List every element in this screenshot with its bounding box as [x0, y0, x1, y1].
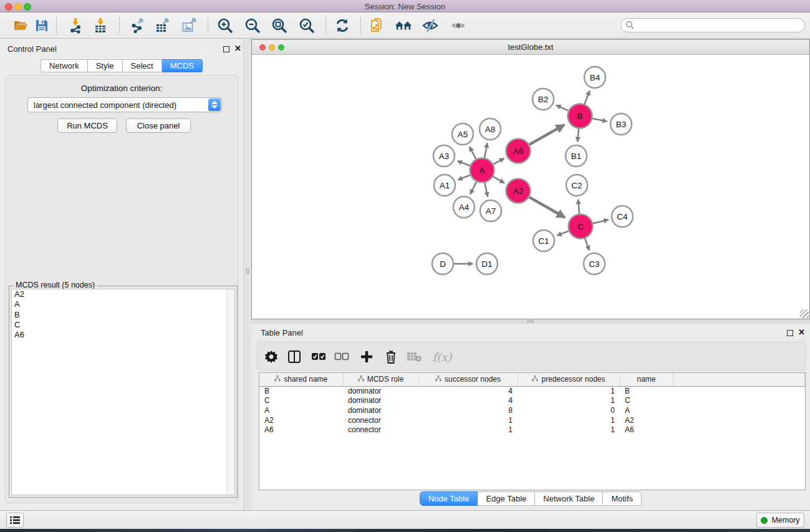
table-row[interactable]: Cdominator41C — [259, 396, 805, 406]
tab-select[interactable]: Select — [123, 59, 162, 72]
graph-edge-A-A3[interactable] — [458, 161, 470, 166]
graph-edge-C-C2[interactable] — [578, 200, 579, 214]
graph-edge-A-A5[interactable] — [470, 147, 476, 159]
column-header-successor-nodes[interactable]: successor nodes — [418, 373, 518, 386]
trash-icon[interactable] — [382, 348, 400, 365]
plus-icon[interactable] — [358, 348, 375, 365]
tab-motifs[interactable]: Motifs — [603, 491, 642, 506]
graph-edge-A2-C[interactable] — [529, 197, 565, 218]
graph-edge-B-B4[interactable] — [584, 90, 589, 104]
graph-edge-A6-B[interactable] — [529, 125, 564, 145]
tab-network[interactable]: Network — [41, 59, 88, 72]
node-table[interactable]: shared nameMCDS rolesuccessor nodesprede… — [259, 372, 806, 490]
network-canvas[interactable]: B4B2BB3A5A8A6A3B1AA1C2A2A4A7C4CC1C3DD1 — [252, 55, 809, 319]
divider-handle[interactable] — [527, 320, 534, 323]
table-cell[interactable]: 1 — [518, 415, 620, 425]
table-cell[interactable]: 1 — [518, 386, 620, 396]
memory-button[interactable]: Memory — [756, 513, 804, 528]
graph-edge-A-A1[interactable] — [458, 175, 470, 180]
network-graph[interactable]: B4B2BB3A5A8A6A3B1AA1C2A2A4A7C4CC1C3DD1 — [252, 55, 809, 319]
table-cell[interactable]: 8 — [418, 405, 518, 415]
network-frame-titlebar[interactable]: testGlobe.txt — [252, 40, 809, 55]
table-cell[interactable]: A — [259, 405, 343, 415]
tab-network-table[interactable]: Network Table — [535, 491, 603, 506]
table-cell[interactable]: B — [620, 386, 673, 396]
table-cell[interactable]: 0 — [518, 405, 620, 415]
gear-icon[interactable] — [263, 348, 280, 365]
horizontal-split-divider[interactable] — [251, 319, 810, 324]
close-panel-button[interactable]: Close panel — [126, 118, 191, 133]
task-history-button[interactable] — [6, 513, 24, 528]
graph-edge-A-A2[interactable] — [493, 177, 504, 183]
table-cell[interactable]: connector — [343, 415, 418, 425]
criterion-dropdown[interactable]: largest connected component (directed) — [27, 97, 222, 112]
result-item[interactable]: C — [12, 320, 234, 330]
table-cell[interactable]: 4 — [418, 396, 518, 406]
float-panel-icon[interactable] — [787, 330, 793, 336]
refresh-icon[interactable] — [334, 17, 351, 34]
mcds-result-list[interactable]: A2ABCA6 — [11, 289, 235, 495]
unchecked-boxes-icon[interactable] — [333, 348, 350, 365]
tab-node-table[interactable]: Node Table — [420, 491, 478, 506]
graph-edge-C-C3[interactable] — [585, 238, 589, 250]
column-header-MCDS-role[interactable]: MCDS role — [343, 373, 418, 386]
table-row[interactable]: Bdominator41B — [259, 386, 805, 396]
table-cell[interactable]: 1 — [518, 425, 620, 435]
resize-grip-icon[interactable] — [800, 309, 809, 318]
column-header-predecessor-nodes[interactable]: predecessor nodes — [518, 373, 620, 386]
table-cell[interactable]: dominator — [343, 405, 418, 415]
import-network-icon[interactable] — [67, 17, 84, 34]
search-input[interactable] — [635, 20, 804, 31]
table-cell[interactable]: connector — [343, 425, 418, 435]
tab-mcds[interactable]: MCDS — [162, 59, 203, 72]
table-cell[interactable]: A2 — [259, 415, 343, 425]
table-row[interactable]: A6connector11A6 — [259, 425, 805, 435]
table-row[interactable]: A2connector11A2 — [259, 415, 805, 425]
zoom-in-icon[interactable] — [216, 17, 234, 34]
table-cell[interactable]: A6 — [259, 425, 343, 435]
zoom-fit-icon[interactable] — [271, 17, 288, 34]
tab-edge-table[interactable]: Edge Table — [478, 491, 535, 506]
graph-edge-C-C4[interactable] — [593, 220, 609, 223]
graph-edge-A-A4[interactable] — [470, 181, 476, 194]
zoom-out-icon[interactable] — [244, 17, 261, 34]
export-table-icon[interactable] — [153, 17, 171, 34]
table-cell[interactable]: A6 — [620, 425, 673, 435]
table-cell[interactable]: dominator — [343, 396, 418, 406]
eye-icon[interactable] — [450, 17, 467, 34]
table-cell[interactable]: A — [620, 405, 673, 415]
import-table-icon[interactable] — [92, 17, 109, 34]
table-header[interactable]: shared nameMCDS rolesuccessor nodesprede… — [259, 373, 805, 386]
column-header-name[interactable]: name — [620, 373, 673, 386]
export-network-icon[interactable] — [129, 17, 147, 34]
table-cell[interactable]: C — [259, 396, 343, 406]
duplicate-network-icon[interactable] — [368, 17, 385, 34]
graph-edge-B-B3[interactable] — [592, 118, 607, 122]
checked-boxes-icon[interactable] — [310, 348, 327, 365]
save-icon[interactable] — [33, 17, 51, 34]
search-field[interactable] — [620, 18, 805, 32]
table-cell[interactable]: B — [259, 386, 343, 396]
close-panel-icon[interactable]: ✕ — [234, 44, 241, 53]
home-panels-icon[interactable] — [395, 17, 412, 34]
table-cell[interactable]: 1 — [418, 415, 518, 425]
table-cell[interactable]: 1 — [418, 425, 518, 435]
close-panel-icon[interactable]: ✕ — [798, 327, 805, 337]
graph-edge-B-B1[interactable] — [577, 128, 579, 142]
graph-edge-A-A6[interactable] — [493, 158, 504, 164]
table-cell[interactable]: A2 — [620, 415, 673, 425]
table-cell[interactable]: 1 — [518, 396, 620, 406]
panel-split-divider[interactable] — [243, 39, 251, 510]
graph-edge-C-C1[interactable] — [557, 231, 568, 235]
tab-style[interactable]: Style — [88, 59, 123, 72]
export-image-icon[interactable] — [180, 17, 198, 34]
result-item[interactable]: A2 — [12, 289, 234, 299]
graph-edge-A-A8[interactable] — [485, 143, 488, 158]
table-cell[interactable]: C — [620, 396, 673, 406]
run-mcds-button[interactable]: Run MCDS — [57, 118, 117, 133]
float-panel-icon[interactable] — [223, 46, 229, 52]
table-row[interactable]: Adominator80A — [259, 405, 805, 415]
eye-slash-icon[interactable] — [422, 17, 439, 34]
result-item[interactable]: A — [12, 299, 234, 309]
open-folder-icon[interactable] — [12, 17, 29, 34]
